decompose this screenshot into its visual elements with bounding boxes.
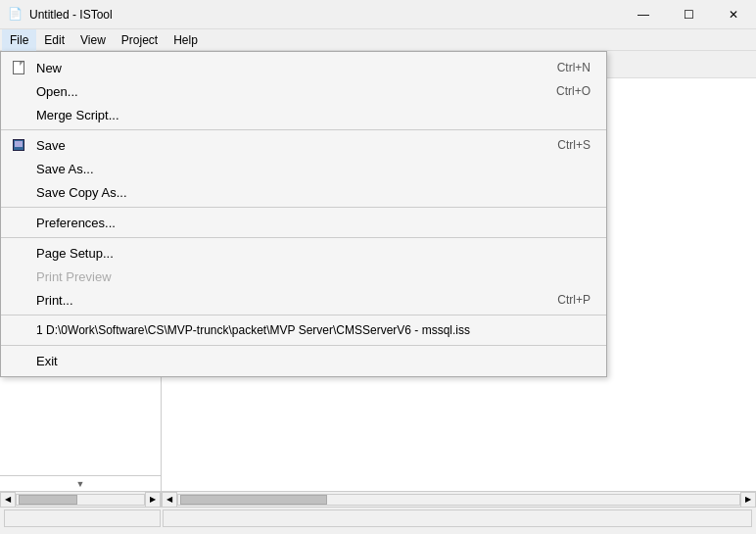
title-bar-text: Untitled - ISTool <box>29 8 113 22</box>
menu-file-save[interactable]: Save Ctrl+S <box>1 133 606 157</box>
title-bar-left: 📄 Untitled - ISTool <box>8 7 113 23</box>
right-scrollbar: ◀ ▶ <box>162 492 756 507</box>
menu-savecopy-label: Save Copy As... <box>36 185 127 200</box>
left-scroll-thumb[interactable] <box>19 495 77 505</box>
save-icon <box>9 135 28 155</box>
title-bar: 📄 Untitled - ISTool — ☐ ✕ <box>0 0 756 29</box>
app-icon: 📄 <box>8 7 24 23</box>
menu-item-help[interactable]: Help <box>165 29 206 51</box>
menu-file-merge[interactable]: Merge Script... <box>1 103 606 126</box>
menu-file-new[interactable]: New Ctrl+N <box>1 56 606 79</box>
scrollbar-row: ◀ ▶ ◀ ▶ <box>0 491 756 507</box>
minimize-button[interactable]: — <box>621 0 666 29</box>
save-floppy-small-icon <box>13 139 24 151</box>
menu-open-shortcut: Ctrl+O <box>556 84 598 98</box>
menu-recent-label: 1 D:\0Work\Software\CS\MVP-trunck\packet… <box>36 323 470 337</box>
separator-2 <box>1 207 606 208</box>
menu-file-open[interactable]: Open... Ctrl+O <box>1 79 606 103</box>
status-panel-left <box>4 510 161 527</box>
menu-pagesetup-label: Page Setup... <box>36 246 114 261</box>
menu-preferences-label: Preferences... <box>36 216 116 230</box>
tree-scroll-down[interactable]: ▼ <box>0 475 161 491</box>
menu-file-saveas[interactable]: Save As... <box>1 157 606 180</box>
menu-print-shortcut: Ctrl+P <box>557 293 598 307</box>
close-button[interactable]: ✕ <box>711 0 756 29</box>
left-scrollbar: ◀ ▶ <box>0 492 162 507</box>
right-scroll-thumb[interactable] <box>180 495 327 505</box>
file-dropdown-menu: New Ctrl+N Open... Ctrl+O Merge Script..… <box>0 51 607 377</box>
menu-item-project[interactable]: Project <box>114 29 165 51</box>
menu-file-print[interactable]: Print... Ctrl+P <box>1 288 606 312</box>
menu-exit-label: Exit <box>36 354 58 368</box>
separator-4 <box>1 315 606 316</box>
menu-file-exit[interactable]: Exit <box>1 349 606 372</box>
left-scroll-track[interactable] <box>16 494 145 506</box>
scroll-down-arrow: ▼ <box>76 479 85 489</box>
menu-item-edit[interactable]: Edit <box>36 29 72 51</box>
left-scroll-right-btn[interactable]: ▶ <box>145 492 161 508</box>
menu-item-file[interactable]: File <box>2 29 36 51</box>
menu-item-view[interactable]: View <box>72 29 114 51</box>
menu-save-label: Save <box>36 138 66 153</box>
right-scroll-right-btn[interactable]: ▶ <box>740 492 756 508</box>
menu-file-recent[interactable]: 1 D:\0Work\Software\CS\MVP-trunck\packet… <box>1 318 606 342</box>
menu-merge-label: Merge Script... <box>36 108 119 122</box>
separator-1 <box>1 129 606 130</box>
restore-button[interactable]: ☐ <box>666 0 711 29</box>
right-scroll-track[interactable] <box>177 494 740 506</box>
separator-5 <box>1 345 606 346</box>
menu-saveas-label: Save As... <box>36 162 94 176</box>
new-icon <box>9 58 28 77</box>
menu-file-preferences[interactable]: Preferences... <box>1 211 606 234</box>
menu-file-savecopy[interactable]: Save Copy As... <box>1 180 606 204</box>
menu-new-label: New <box>36 61 62 75</box>
menu-file-printpreview: Print Preview <box>1 265 606 288</box>
title-bar-controls: — ☐ ✕ <box>621 0 756 29</box>
status-bar <box>0 507 756 528</box>
status-panel-right <box>163 510 752 527</box>
dropdown-menu-container: New Ctrl+N Open... Ctrl+O Merge Script..… <box>0 51 607 377</box>
separator-3 <box>1 237 606 238</box>
right-scroll-left-btn[interactable]: ◀ <box>162 492 177 508</box>
menu-print-label: Print... <box>36 293 73 308</box>
menu-bar: File Edit View Project Help <box>0 29 756 51</box>
menu-open-label: Open... <box>36 84 78 99</box>
menu-file-pagesetup[interactable]: Page Setup... <box>1 241 606 265</box>
menu-save-shortcut: Ctrl+S <box>557 138 598 152</box>
menu-new-shortcut: Ctrl+N <box>557 61 598 74</box>
left-scroll-left-btn[interactable]: ◀ <box>0 492 16 508</box>
new-page-small-icon <box>13 61 24 74</box>
menu-printpreview-label: Print Preview <box>36 269 112 284</box>
